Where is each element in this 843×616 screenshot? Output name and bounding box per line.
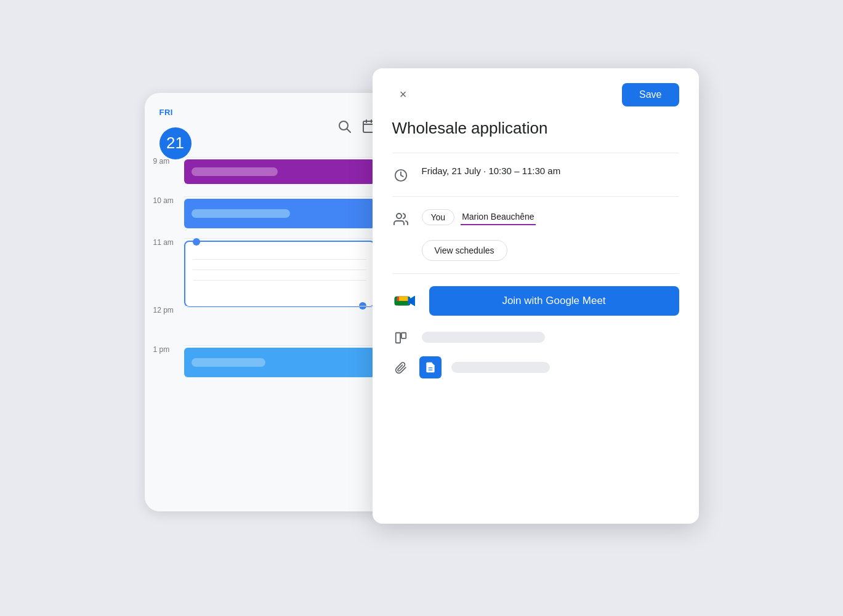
- google-meet-row: Join with Google Meet: [392, 286, 679, 316]
- location-icon: [392, 329, 409, 346]
- time-11am: 11 am: [153, 238, 174, 247]
- notes-row: [392, 356, 679, 378]
- day-label: FRI: [159, 108, 173, 117]
- time-1pm: 1 pm: [153, 345, 170, 354]
- divider-3: [392, 273, 679, 274]
- location-row: [392, 328, 679, 346]
- attendee-marion[interactable]: Marion Beauchêne: [461, 209, 536, 225]
- google-meet-logo: [392, 287, 419, 314]
- join-meet-button[interactable]: Join with Google Meet: [429, 286, 679, 316]
- docs-icon: [419, 356, 442, 378]
- close-button[interactable]: ×: [392, 84, 414, 106]
- event-blue2[interactable]: [184, 348, 375, 377]
- save-button[interactable]: Save: [622, 83, 679, 106]
- search-icon[interactable]: [337, 119, 352, 134]
- event-title: Wholesale application: [392, 119, 679, 138]
- attachment-icon: [392, 359, 409, 377]
- notes-placeholder: [451, 362, 550, 373]
- event-blue[interactable]: [184, 199, 375, 228]
- event-selected[interactable]: [184, 241, 375, 307]
- svg-rect-14: [395, 332, 400, 343]
- location-placeholder: [422, 332, 545, 343]
- time-9am: 9 am: [153, 157, 170, 166]
- datetime-row: Friday, 21 July · 10:30 – 11:30 am: [392, 166, 679, 184]
- svg-line-1: [347, 129, 350, 132]
- svg-point-11: [397, 214, 401, 218]
- divider-1: [392, 153, 679, 153]
- clock-icon: [392, 167, 409, 184]
- svg-rect-15: [401, 332, 405, 338]
- date-time-text: Friday, 21 July · 10:30 – 11:30 am: [422, 166, 561, 176]
- people-icon: [392, 210, 409, 228]
- day-number: 21: [159, 127, 192, 159]
- detail-panel: × Save Wholesale application Friday, 21 …: [373, 68, 699, 524]
- time-10am: 10 am: [153, 196, 174, 205]
- view-schedules-button[interactable]: View schedules: [422, 240, 507, 261]
- resize-handle-top[interactable]: [193, 238, 200, 246]
- attendees-list: You Marion Beauchêne: [422, 209, 679, 225]
- event-purple[interactable]: [184, 159, 375, 184]
- attendee-you[interactable]: You: [422, 209, 455, 225]
- panel-header: × Save: [392, 83, 679, 106]
- divider-2: [392, 196, 679, 197]
- time-12pm: 12 pm: [153, 306, 174, 314]
- attendees-row: You Marion Beauchêne View schedules: [392, 209, 679, 261]
